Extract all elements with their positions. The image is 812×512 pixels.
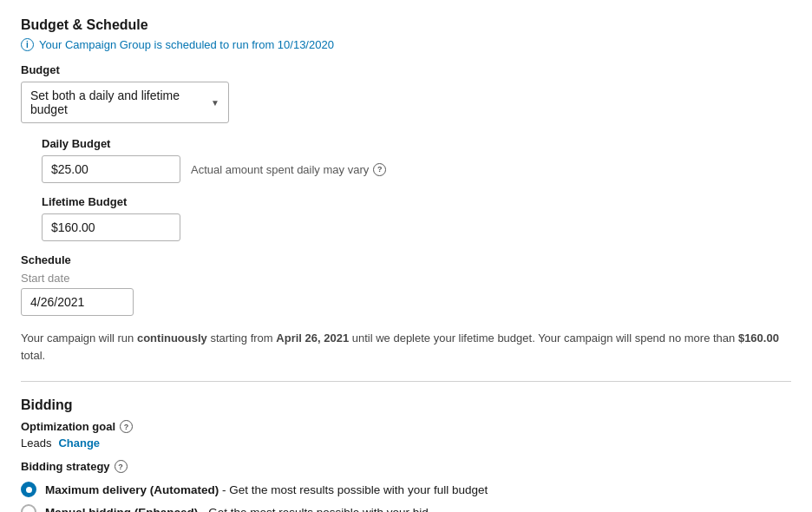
optimization-goal-value: Leads [21,437,51,450]
budget-dropdown[interactable]: Set both a daily and lifetime budget ▼ [21,82,229,123]
campaign-info-row: i Your Campaign Group is scheduled to ru… [21,38,791,51]
radio-maximum-delivery[interactable] [21,482,36,497]
daily-budget-subsection: Daily Budget Actual amount spent daily m… [42,137,791,183]
campaign-note: Your campaign will run continuously star… [21,330,784,364]
schedule-label: Schedule [21,253,791,266]
radio-manual-bidding-label: Manual bidding (Enhanced) - Get the most… [45,506,429,513]
change-link[interactable]: Change [58,437,100,450]
daily-budget-input[interactable] [42,155,180,183]
campaign-info-text: Your Campaign Group is scheduled to run … [39,38,334,51]
section-title: Budget & Schedule [21,17,791,33]
daily-budget-hint: Actual amount spent daily may vary ? [191,163,386,176]
lifetime-budget-subsection: Lifetime Budget [42,195,791,241]
bidding-title: Bidding [21,397,791,413]
start-date-input[interactable] [21,288,134,316]
lifetime-budget-label: Lifetime Budget [42,195,791,208]
bidding-section: Bidding Optimization goal ? Leads Change… [21,397,791,512]
radio-option-manual-bidding[interactable]: Manual bidding (Enhanced) - Get the most… [21,504,791,512]
budget-schedule-section: Budget & Schedule i Your Campaign Group … [21,17,791,364]
daily-budget-help-icon[interactable]: ? [373,163,386,176]
budget-label: Budget [21,63,791,76]
radio-manual-bidding[interactable] [21,504,36,512]
optimization-goal-help-icon[interactable]: ? [120,420,133,433]
optimization-goal-label: Optimization goal ? [21,420,791,433]
schedule-section: Schedule Start date [21,253,791,316]
radio-maximum-delivery-label: Maximum delivery (Automated) - Get the m… [45,483,488,496]
section-divider [21,381,791,382]
start-date-label: Start date [21,272,791,285]
info-icon: i [21,38,34,51]
dropdown-arrow-icon: ▼ [211,98,219,108]
bidding-strategy-label: Bidding strategy ? [21,460,791,473]
daily-budget-label: Daily Budget [42,137,791,150]
daily-budget-row: Actual amount spent daily may vary ? [42,155,791,183]
radio-option-maximum-delivery[interactable]: Maximum delivery (Automated) - Get the m… [21,482,791,497]
bidding-strategy-help-icon[interactable]: ? [115,460,128,473]
optimization-goal-row: Leads Change [21,437,791,450]
budget-dropdown-value: Set both a daily and lifetime budget [30,89,204,116]
lifetime-budget-input[interactable] [42,213,180,241]
